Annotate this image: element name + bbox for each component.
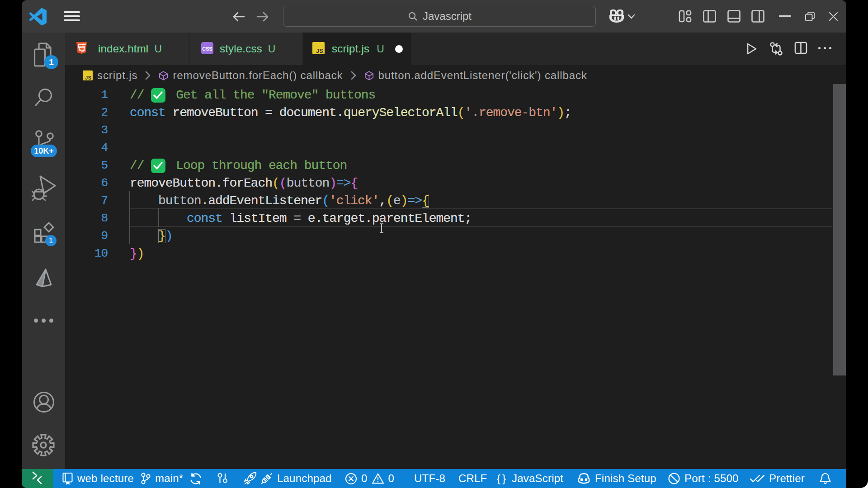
- svg-text:JS: JS: [316, 47, 323, 54]
- svg-text:CSS: CSS: [202, 46, 212, 51]
- svg-text:JS: JS: [85, 75, 91, 80]
